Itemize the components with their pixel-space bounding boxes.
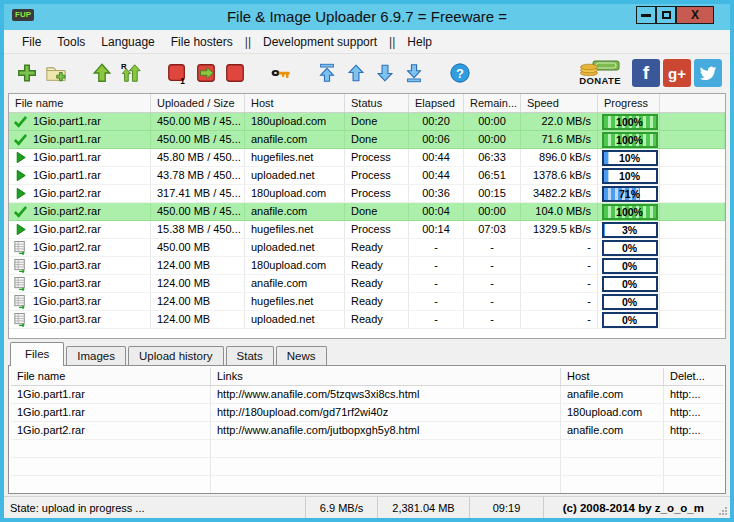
upload-row[interactable]: 1Gio.part1.rar43.78 MB / 450...uploaded.… bbox=[9, 167, 725, 185]
elapsed: - bbox=[409, 239, 464, 256]
column-header-uploaded-size[interactable]: Uploaded / Size bbox=[151, 94, 245, 112]
file-name-cell: 1Gio.part2.rar bbox=[9, 185, 151, 202]
upload-row[interactable]: 1Gio.part2.rar317.41 MB / 45...180upload… bbox=[9, 185, 725, 203]
add-files-button[interactable] bbox=[14, 60, 40, 86]
upload-row[interactable]: 1Gio.part1.rar45.80 MB / 450...hugefiles… bbox=[9, 149, 725, 167]
help-button[interactable]: ? bbox=[447, 60, 473, 86]
move-down-button[interactable] bbox=[372, 60, 398, 86]
column-header-progress[interactable]: Progress bbox=[598, 94, 660, 112]
links-table-header: File nameLinksHostDelet... bbox=[11, 368, 723, 386]
progress-label: 0% bbox=[604, 242, 656, 254]
twitter-button[interactable] bbox=[694, 59, 722, 87]
column-header-file-name[interactable]: File name bbox=[9, 94, 151, 112]
move-up-icon bbox=[345, 62, 367, 84]
skip-current-button[interactable] bbox=[193, 60, 219, 86]
links-table-body: 1Gio.part1.rarhttp://www.anafile.com/5tz… bbox=[11, 386, 723, 494]
progress-label: 0% bbox=[604, 296, 656, 308]
close-button[interactable]: X bbox=[676, 6, 714, 24]
tab-upload-history[interactable]: Upload history bbox=[128, 346, 224, 365]
move-top-button[interactable] bbox=[314, 60, 340, 86]
upload-row[interactable]: 1Gio.part3.rar124.00 MB180upload.comRead… bbox=[9, 257, 725, 275]
settings-key-button[interactable] bbox=[268, 60, 294, 86]
stop-all-icon bbox=[224, 62, 246, 84]
menu-item-file-hosters[interactable]: File hosters bbox=[163, 33, 241, 51]
google-plus-button[interactable]: g+ bbox=[663, 59, 691, 87]
twitter-bird-icon bbox=[698, 63, 718, 83]
column-header-speed[interactable]: Speed bbox=[521, 94, 598, 112]
file-name: 1Gio.part2.rar bbox=[33, 185, 101, 202]
tab-files[interactable]: Files bbox=[10, 342, 64, 366]
status: Process bbox=[345, 149, 409, 166]
move-down-icon bbox=[374, 62, 396, 84]
upload-row[interactable]: 1Gio.part1.rar450.00 MB / 45...180upload… bbox=[9, 113, 725, 131]
column-header-elapsed[interactable]: Elapsed bbox=[409, 94, 464, 112]
maximize-button[interactable] bbox=[656, 6, 676, 24]
progress-cell: 100% bbox=[598, 131, 660, 148]
stop-all-button[interactable] bbox=[222, 60, 248, 86]
progress-cell: 100% bbox=[598, 113, 660, 130]
links-column-header-delet[interactable]: Delet... bbox=[664, 368, 723, 385]
upload-row[interactable]: 1Gio.part2.rar15.38 MB / 450...hugefiles… bbox=[9, 221, 725, 239]
app-icon: FUP bbox=[12, 9, 34, 21]
row-filler bbox=[660, 149, 725, 166]
upload-row[interactable]: 1Gio.part3.rar124.00 MBuploaded.netReady… bbox=[9, 311, 725, 329]
add-from-folder-button[interactable] bbox=[43, 60, 69, 86]
window-controls: X bbox=[636, 6, 714, 24]
links-column-header-host[interactable]: Host bbox=[561, 368, 664, 385]
svg-text:1: 1 bbox=[180, 77, 185, 84]
menu-item-development-support[interactable]: Development support bbox=[255, 33, 385, 51]
speed: - bbox=[521, 311, 598, 328]
start-upload-button[interactable] bbox=[89, 60, 115, 86]
facebook-button[interactable]: f bbox=[632, 59, 660, 87]
file-name-cell: 1Gio.part3.rar bbox=[9, 257, 151, 274]
file-name: 1Gio.part2.rar bbox=[33, 221, 101, 238]
progress-label: 10% bbox=[604, 152, 656, 164]
stop-after-current-button[interactable]: 1 bbox=[164, 60, 190, 86]
file-name-cell: 1Gio.part2.rar bbox=[9, 239, 151, 256]
file-name-cell: 1Gio.part3.rar bbox=[9, 311, 151, 328]
progress-bar: 100% bbox=[602, 132, 658, 148]
restart-upload-button[interactable]: R bbox=[118, 60, 144, 86]
tab-stats[interactable]: Stats bbox=[226, 346, 274, 365]
tab-news[interactable]: News bbox=[276, 346, 327, 365]
move-up-button[interactable] bbox=[343, 60, 369, 86]
menu-item-tools[interactable]: Tools bbox=[49, 33, 93, 51]
upload-row[interactable]: 1Gio.part2.rar450.00 MB / 45...anafile.c… bbox=[9, 203, 725, 221]
menu-item-file[interactable]: File bbox=[14, 33, 49, 51]
toolbar-group: R bbox=[89, 60, 147, 86]
links-row[interactable]: 1Gio.part1.rarhttp://www.anafile.com/5tz… bbox=[11, 386, 723, 404]
column-header-host[interactable]: Host bbox=[245, 94, 345, 112]
links-row[interactable]: 1Gio.part2.rarhttp://www.anafile.com/jut… bbox=[11, 422, 723, 440]
queue-icon bbox=[13, 312, 28, 327]
delete-link: http:... bbox=[664, 386, 723, 403]
minimize-button[interactable] bbox=[636, 6, 656, 24]
maximize-icon bbox=[662, 11, 671, 19]
donate-button[interactable]: DONATE bbox=[579, 60, 621, 86]
upload-row[interactable]: 1Gio.part3.rar124.00 MBhugefiles.netRead… bbox=[9, 293, 725, 311]
upload-row[interactable]: 1Gio.part3.rar124.00 MBanafile.comReady-… bbox=[9, 275, 725, 293]
menu-item-language[interactable]: Language bbox=[93, 33, 162, 51]
upload-row[interactable]: 1Gio.part2.rar450.00 MBuploaded.netReady… bbox=[9, 239, 725, 257]
delete-link: http:... bbox=[664, 422, 723, 439]
links-column-header-links[interactable]: Links bbox=[211, 368, 561, 385]
tab-images[interactable]: Images bbox=[66, 346, 126, 365]
progress-cell: 0% bbox=[598, 257, 660, 274]
progress-cell: 100% bbox=[598, 203, 660, 220]
column-header-status[interactable]: Status bbox=[345, 94, 409, 112]
resize-grip[interactable] bbox=[718, 497, 730, 518]
progress-cell: 10% bbox=[598, 149, 660, 166]
column-header-remain[interactable]: Remain... bbox=[464, 94, 521, 112]
upload-row[interactable]: 1Gio.part1.rar450.00 MB / 45...anafile.c… bbox=[9, 131, 725, 149]
move-bottom-button[interactable] bbox=[401, 60, 427, 86]
remaining: - bbox=[464, 293, 521, 310]
file-name-cell: 1Gio.part1.rar bbox=[9, 131, 151, 148]
row-filler bbox=[660, 167, 725, 184]
links-column-header-file-name[interactable]: File name bbox=[11, 368, 211, 385]
uploaded-size: 124.00 MB bbox=[151, 311, 245, 328]
progress-label: 100% bbox=[604, 134, 656, 146]
empty-cell bbox=[664, 476, 723, 493]
progress-label: 0% bbox=[604, 278, 656, 290]
menu-item-help[interactable]: Help bbox=[399, 33, 440, 51]
links-row[interactable]: 1Gio.part1.rarhttp://180upload.com/gd71r… bbox=[11, 404, 723, 422]
status-copyright: (c) 2008-2014 by z_o_o_m bbox=[544, 497, 718, 518]
